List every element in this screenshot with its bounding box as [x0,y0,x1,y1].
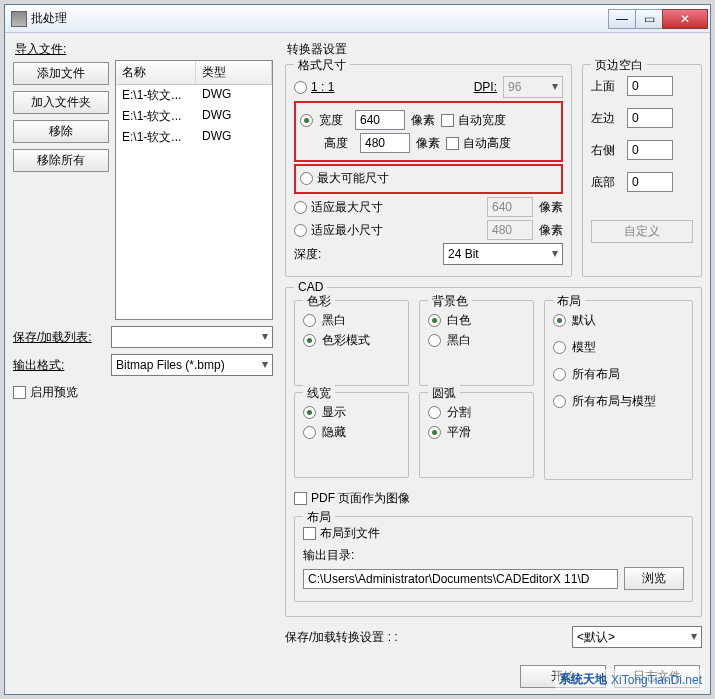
radio-lw-hide[interactable] [303,426,316,439]
close-button[interactable]: ✕ [662,9,708,29]
dpi-dropdown[interactable]: 96 [503,76,563,98]
margin-bottom-input[interactable] [627,172,673,192]
radio-bg-black[interactable] [428,334,441,347]
output-dir-label: 输出目录: [303,547,354,564]
radio-lw-show[interactable] [303,406,316,419]
output-layout-group: 布局 布局到文件 输出目录: 浏览 [294,516,693,602]
radio-arc-split[interactable] [428,406,441,419]
radio-max-possible[interactable] [300,172,313,185]
radio-layout-model[interactable] [553,341,566,354]
radio-color-bw[interactable] [303,314,316,327]
batch-window: 批处理 — ▭ ✕ 导入文件: 添加文件 加入文件夹 移除 移除所有 名称 类型 [4,4,711,695]
radio-wh[interactable] [300,114,313,127]
width-input[interactable] [355,110,405,130]
window-title: 批处理 [31,10,609,27]
file-list[interactable]: 名称 类型 E:\1-软文... DWG E:\1-软文... DWG E:\1… [115,60,273,320]
dpi-label: DPI: [474,80,497,94]
maximize-button[interactable]: ▭ [635,9,663,29]
redbox-wh: 宽度 像素 自动宽度 高度 像素 自动高度 [294,101,563,162]
depth-dropdown[interactable]: 24 Bit [443,243,563,265]
radio-color-mode[interactable] [303,334,316,347]
output-dir-input[interactable] [303,569,618,589]
col-name-header[interactable]: 名称 [116,61,196,84]
minimize-button[interactable]: — [608,9,636,29]
browse-button[interactable]: 浏览 [624,567,684,590]
margin-top-input[interactable] [627,76,673,96]
fit-min-input[interactable] [487,220,533,240]
save-load-settings-label: 保存/加载转换设置 : : [285,629,398,646]
app-icon [11,11,27,27]
radio-layout-default[interactable] [553,314,566,327]
auto-height-checkbox[interactable] [446,137,459,150]
radio-arc-smooth[interactable] [428,426,441,439]
margin-left-input[interactable] [627,108,673,128]
titlebar[interactable]: 批处理 — ▭ ✕ [5,5,710,33]
layout-to-file-checkbox[interactable] [303,527,316,540]
radio-bg-white[interactable] [428,314,441,327]
save-load-list-label: 保存/加载列表: [13,329,105,346]
table-row: E:\1-软文... DWG [116,127,272,148]
converter-settings-label: 转换器设置 [287,41,702,58]
col-type-header[interactable]: 类型 [196,61,272,84]
remove-all-button[interactable]: 移除所有 [13,149,109,172]
margin-right-input[interactable] [627,140,673,160]
add-folder-button[interactable]: 加入文件夹 [13,91,109,114]
table-row: E:\1-软文... DWG [116,106,272,127]
radio-layout-all[interactable] [553,368,566,381]
fit-max-input[interactable] [487,197,533,217]
radio-1to1[interactable] [294,81,307,94]
height-input[interactable] [360,133,410,153]
pdf-as-image-checkbox[interactable] [294,492,307,505]
redbox-max: 最大可能尺寸 [294,164,563,194]
depth-label: 深度: [294,246,321,263]
radio-layout-all-model[interactable] [553,395,566,408]
format-size-group: 格式尺寸 1 : 1 DPI: 96 宽度 像素 自动宽度 [285,64,572,277]
save-load-list-dropdown[interactable] [111,326,273,348]
enable-preview-checkbox[interactable] [13,386,26,399]
remove-button[interactable]: 移除 [13,120,109,143]
output-format-label: 输出格式: [13,357,105,374]
settings-dropdown[interactable]: <默认> [572,626,702,648]
table-row: E:\1-软文... DWG [116,85,272,106]
import-files-label: 导入文件: [15,41,273,58]
watermark: 系统天地 XiTongTianDi.net [555,669,704,690]
enable-preview-label: 启用预览 [30,384,78,401]
output-format-dropdown[interactable]: Bitmap Files (*.bmp) [111,354,273,376]
radio-fit-max[interactable] [294,201,307,214]
add-file-button[interactable]: 添加文件 [13,62,109,85]
custom-margins-button[interactable]: 自定义 [591,220,693,243]
radio-fit-min[interactable] [294,224,307,237]
cad-group: CAD 色彩 黑白 色彩模式 线宽 显示 隐藏 背景色 [285,287,702,617]
auto-width-checkbox[interactable] [441,114,454,127]
margins-group: 页边空白 上面 左边 右侧 底部 自定义 [582,64,702,277]
